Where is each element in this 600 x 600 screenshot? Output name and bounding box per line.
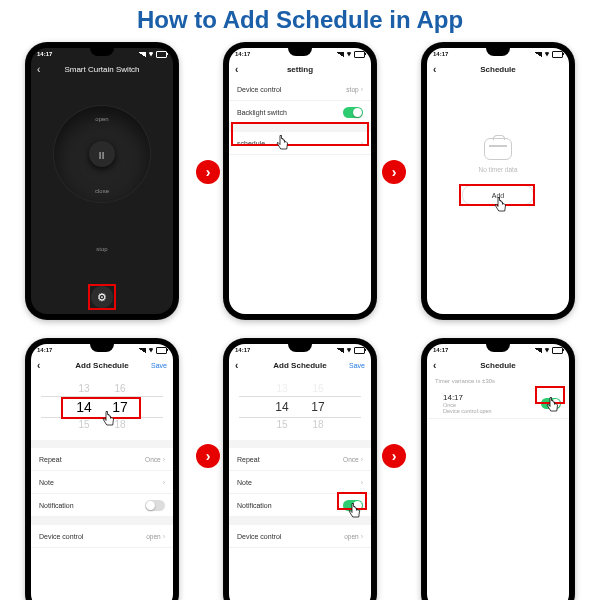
pointer-icon: [101, 410, 117, 428]
screen-header: ‹ Schedule: [427, 356, 569, 374]
pointer-icon: [493, 196, 509, 214]
row-repeat[interactable]: RepeatOnce›: [31, 448, 173, 471]
empty-icon: [484, 138, 512, 160]
header-title: Add Schedule: [75, 361, 128, 370]
header-title: setting: [287, 65, 313, 74]
save-button[interactable]: Save: [151, 362, 167, 369]
row-notification[interactable]: Notification: [31, 494, 173, 517]
screen-header: ‹ setting: [229, 60, 371, 78]
header-title: Schedule: [480, 361, 516, 370]
save-button[interactable]: Save: [349, 362, 365, 369]
back-icon[interactable]: ‹: [433, 360, 436, 371]
toggle-notification[interactable]: [145, 500, 165, 511]
time-picker[interactable]: 13 14 15 16 17 18: [229, 374, 371, 440]
arrow-icon: ›: [196, 160, 220, 184]
screen-header: ‹ Schedule: [427, 60, 569, 78]
arrow-icon: ›: [382, 444, 406, 468]
screen-header: ‹ Add Schedule Save: [31, 356, 173, 374]
highlight-box: [88, 284, 116, 310]
header-title: Schedule: [480, 65, 516, 74]
arrow-icon: ›: [196, 444, 220, 468]
phone-step-6: 14:17 ‹ Schedule Timer variance is ±30s …: [421, 338, 575, 600]
phone-step-3: 14:17 ‹ Schedule No timer data Add: [421, 42, 575, 320]
header-title: Add Schedule: [273, 361, 326, 370]
row-device-control[interactable]: Device controlopen›: [31, 525, 173, 548]
row-note[interactable]: Note›: [31, 471, 173, 494]
header-title: Smart Curtain Switch: [64, 65, 139, 74]
pause-button[interactable]: ||: [89, 141, 115, 167]
phone-step-2: 14:17 ‹ setting Device control stop› Bac…: [223, 42, 377, 320]
phone-step-5: 14:17 ‹ Add Schedule Save 13 14 15 16 17…: [223, 338, 377, 600]
back-icon[interactable]: ‹: [235, 360, 238, 371]
phone-step-1: 14:17 ‹ Smart Curtain Switch open || clo…: [25, 42, 179, 320]
row-note[interactable]: Note›: [229, 471, 371, 494]
page-title: How to Add Schedule in App: [0, 0, 600, 38]
back-icon[interactable]: ‹: [37, 360, 40, 371]
toggle-backlight[interactable]: [343, 107, 363, 118]
screen-header: ‹ Add Schedule Save: [229, 356, 371, 374]
back-icon[interactable]: ‹: [235, 64, 238, 75]
back-icon[interactable]: ‹: [37, 64, 40, 75]
highlight-box: [231, 122, 369, 146]
phone-step-4: 14:17 ‹ Add Schedule Save 13 14 15 16 17…: [25, 338, 179, 600]
pointer-icon: [545, 396, 561, 414]
curtain-dial[interactable]: open || close: [54, 106, 150, 202]
screen-header: ‹ Smart Curtain Switch: [31, 60, 173, 78]
row-device-control[interactable]: Device controlopen›: [229, 525, 371, 548]
row-repeat[interactable]: RepeatOnce›: [229, 448, 371, 471]
pointer-icon: [275, 134, 291, 152]
arrow-icon: ›: [382, 160, 406, 184]
back-icon[interactable]: ‹: [433, 64, 436, 75]
pointer-icon: [347, 502, 363, 520]
row-device-control[interactable]: Device control stop›: [229, 78, 371, 101]
phone-grid: 14:17 ‹ Smart Curtain Switch open || clo…: [0, 38, 600, 600]
row-backlight[interactable]: Backlight switch: [229, 101, 371, 124]
